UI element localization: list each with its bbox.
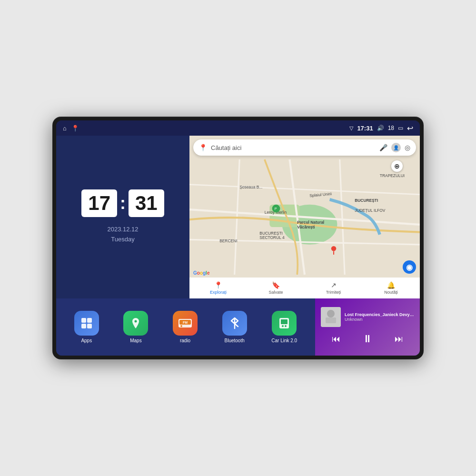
- music-prev-button[interactable]: ⏮: [328, 332, 344, 346]
- map-nav-news-label: Noutăți: [384, 290, 398, 295]
- map-nav-news[interactable]: 🔔 Noutăți: [362, 281, 420, 295]
- carlink-icon: [278, 317, 290, 329]
- map-avatar-icon[interactable]: 👤: [391, 143, 401, 152]
- status-bar: ⌂ 📍 ▽ 17:31 🔊 18 ▭ ↩: [56, 120, 420, 136]
- map-nav-send[interactable]: ↗ Trimiteți: [305, 281, 362, 295]
- svg-rect-26: [81, 324, 86, 328]
- clock-minute: 31: [129, 189, 164, 217]
- send-icon: ↗: [331, 281, 337, 289]
- music-info-row: Lost Frequencies_Janieck Devy-... Unknow…: [321, 307, 414, 327]
- music-thumb-image: [321, 307, 341, 327]
- clock-display: 17 : 31: [81, 189, 164, 217]
- map-panel[interactable]: Parcul Natural Văcărești BUCUREȘTI JUDEȚ…: [189, 136, 420, 298]
- battery-icon: ▭: [398, 125, 403, 131]
- svg-text:FM: FM: [183, 321, 188, 324]
- top-section: 17 : 31 2023.12.12 Tuesday: [56, 136, 420, 298]
- radio-icon: FM: [178, 318, 192, 328]
- svg-point-37: [285, 325, 287, 327]
- google-logo: Google: [193, 270, 209, 276]
- status-left-icons: ⌂ 📍: [63, 125, 79, 132]
- volume-icon: 🔊: [377, 125, 384, 131]
- music-panel: Lost Frequencies_Janieck Devy-... Unknow…: [315, 298, 420, 356]
- svg-rect-25: [87, 318, 92, 323]
- battery-level: 18: [388, 125, 394, 131]
- app-maps-label: Maps: [130, 338, 141, 343]
- main-content: 17 : 31 2023.12.12 Tuesday: [56, 136, 420, 356]
- explore-icon: 📍: [214, 281, 222, 289]
- apps-row: Apps Maps: [56, 298, 315, 356]
- map-nav-saved[interactable]: 🔖 Salvate: [247, 281, 305, 295]
- map-layers-icon[interactable]: ◎: [405, 144, 410, 151]
- back-icon[interactable]: ↩: [407, 124, 413, 133]
- album-art: [321, 307, 341, 327]
- bluetooth-icon: [230, 317, 239, 329]
- music-play-button[interactable]: ⏸: [358, 331, 377, 347]
- map-search-bar[interactable]: 📍 Căutați aici 🎤 👤 ◎: [193, 139, 416, 156]
- map-search-text[interactable]: Căutați aici: [211, 144, 376, 151]
- maps-icon[interactable]: 📍: [71, 125, 79, 132]
- app-item-apps[interactable]: Apps: [74, 311, 99, 343]
- home-icon[interactable]: ⌂: [63, 125, 67, 132]
- map-locate-button[interactable]: ◉: [403, 260, 416, 274]
- svg-text:Parcul Natural: Parcul Natural: [297, 220, 324, 225]
- saved-icon: 🔖: [272, 281, 280, 289]
- svg-text:JUDEȚUL ILFOV: JUDEȚUL ILFOV: [355, 208, 386, 213]
- map-nav-send-label: Trimiteți: [326, 290, 341, 295]
- svg-point-28: [135, 320, 137, 323]
- app-radio-label: radio: [180, 338, 190, 343]
- apps-icon-wrapper: [74, 311, 99, 336]
- music-controls: ⏮ ⏸ ⏭: [321, 331, 414, 347]
- bottom-section: Apps Maps: [56, 298, 420, 356]
- device-screen: ⌂ 📍 ▽ 17:31 🔊 18 ▭ ↩ 17 :: [56, 120, 420, 356]
- svg-rect-27: [87, 324, 92, 328]
- music-title: Lost Frequencies_Janieck Devy-...: [345, 312, 414, 317]
- svg-point-39: [327, 310, 335, 317]
- map-mic-icon[interactable]: 🎤: [379, 144, 387, 151]
- svg-text:Văcărești: Văcărești: [297, 225, 315, 229]
- map-nav-explore[interactable]: 📍 Explorați: [189, 281, 247, 295]
- clock-panel: 17 : 31 2023.12.12 Tuesday: [56, 136, 189, 298]
- map-svg: Parcul Natural Văcărești BUCUREȘTI JUDEȚ…: [189, 136, 420, 298]
- device-frame: ⌂ 📍 ▽ 17:31 🔊 18 ▭ ↩ 17 :: [52, 117, 424, 359]
- signal-icon: ▽: [349, 125, 353, 131]
- status-right-info: ▽ 17:31 🔊 18 ▭ ↩: [349, 124, 413, 133]
- app-bluetooth-label: Bluetooth: [224, 338, 244, 343]
- svg-text:SECTORUL 4: SECTORUL 4: [259, 235, 285, 240]
- music-thumbnail: [321, 307, 341, 327]
- status-time: 17:31: [357, 125, 373, 132]
- svg-text:P: P: [275, 207, 277, 211]
- svg-text:BERCENI: BERCENI: [219, 238, 237, 243]
- music-artist: Unknown: [345, 317, 414, 322]
- map-nav-saved-label: Salvate: [268, 290, 283, 295]
- clock-colon: :: [120, 193, 126, 213]
- app-apps-label: Apps: [81, 338, 92, 343]
- svg-rect-24: [81, 318, 86, 323]
- app-carlink-label: Car Link 2.0: [271, 338, 297, 343]
- map-nav-explore-label: Explorați: [210, 290, 227, 295]
- svg-rect-35: [281, 319, 288, 324]
- map-pin-icon: 📍: [199, 144, 207, 151]
- music-next-button[interactable]: ⏭: [391, 332, 407, 346]
- maps-icon: [129, 317, 142, 329]
- bluetooth-icon-wrapper: [222, 311, 247, 336]
- svg-point-20: [331, 246, 337, 251]
- app-item-carlink[interactable]: Car Link 2.0: [271, 311, 297, 343]
- svg-point-32: [180, 325, 182, 327]
- svg-rect-40: [326, 317, 336, 323]
- radio-icon-wrapper: FM: [173, 311, 198, 336]
- app-item-radio[interactable]: FM radio: [173, 311, 198, 343]
- apps-grid-icon: [80, 317, 93, 329]
- svg-point-36: [282, 325, 284, 327]
- carlink-icon-wrapper: [272, 311, 297, 336]
- map-compass[interactable]: ⊕: [391, 160, 403, 172]
- news-icon: 🔔: [387, 281, 395, 289]
- svg-text:TRAPEZULUI: TRAPEZULUI: [380, 173, 405, 178]
- clock-hour: 17: [81, 189, 117, 217]
- app-item-maps[interactable]: Maps: [123, 311, 148, 343]
- music-text: Lost Frequencies_Janieck Devy-... Unknow…: [345, 312, 414, 322]
- clock-date: 2023.12.12 Tuesday: [107, 225, 138, 245]
- svg-text:BUCUREȘTI: BUCUREȘTI: [355, 198, 378, 203]
- map-bottom-nav: 📍 Explorați 🔖 Salvate ↗ Trimiteți 🔔: [189, 278, 420, 298]
- svg-text:Șoseaua B...: Șoseaua B...: [239, 185, 262, 189]
- app-item-bluetooth[interactable]: Bluetooth: [222, 311, 247, 343]
